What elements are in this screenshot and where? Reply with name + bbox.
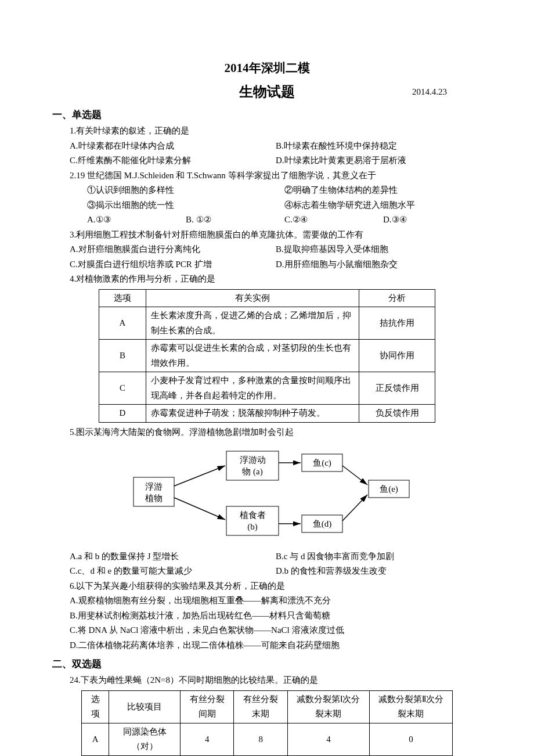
q24-A-v2: 8: [234, 723, 288, 755]
q2-D: D.③④: [383, 213, 482, 228]
q1-B: B.叶绿素在酸性环境中保持稳定: [276, 139, 482, 154]
q24-A-v1: 4: [180, 723, 234, 755]
q4-h2: 有关实例: [146, 289, 359, 307]
page-date: 2014.4.23: [412, 85, 447, 100]
q3-D: D.用肝癌细胞与小鼠瘤细胞杂交: [276, 257, 482, 272]
q5-A: A.a 和 b 的数量保持 J 型增长: [70, 549, 276, 564]
node-herbivore-l1: 植食者: [240, 510, 266, 520]
q5-D: D.b 的食性和营养级发生改变: [276, 564, 482, 579]
q1-D: D.叶绿素比叶黄素更易溶于层析液: [276, 153, 482, 168]
q1-row1: A.叶绿素都在叶绿体内合成 B.叶绿素在酸性环境中保持稳定: [52, 139, 482, 154]
table-row: C 小麦种子发育过程中，多种激素的含量按时间顺序出现高峰，并各自起着特定的作用。…: [99, 372, 435, 405]
node-fish-e: 鱼(e): [380, 484, 398, 494]
page-title: 2014年深圳二模: [52, 58, 482, 79]
q2-o1: ①认识到细胞的多样性: [87, 183, 284, 198]
q4-C-an: 正反馈作用: [359, 372, 435, 405]
q2-o2: ②明确了生物体结构的差异性: [284, 183, 482, 198]
q24-h4: 有丝分裂末期: [234, 690, 288, 723]
q1-row2: C.纤维素酶不能催化叶绿素分解 D.叶绿素比叶黄素更易溶于层析液: [52, 153, 482, 168]
table-row: A 生长素浓度升高，促进乙烯的合成；乙烯增加后，抑制生长素的合成。 拮抗作用: [99, 307, 435, 340]
node-zooplankton-l2: 物 (a): [242, 467, 262, 477]
q24-A-opt: A: [82, 723, 109, 755]
node-phytoplankton-l1: 浮游: [145, 482, 163, 491]
q4-B-an: 协同作用: [359, 340, 435, 372]
q3-C: C.对膜蛋白进行组织培养或 PCR 扩增: [70, 257, 276, 272]
q4-A-opt: A: [99, 307, 146, 340]
q2-o3: ③揭示出细胞的统一性: [87, 198, 284, 213]
q4-A-an: 拮抗作用: [359, 307, 435, 340]
section1-heading: 一、单选题: [52, 107, 482, 124]
q3-A: A.对肝癌细胞膜蛋白进行分离纯化: [70, 242, 276, 257]
q4-D-ex: 赤霉素促进种子萌发；脱落酸抑制种子萌发。: [146, 405, 359, 423]
q1-A: A.叶绿素都在叶绿体内合成: [70, 139, 276, 154]
arrow-icon: [174, 498, 225, 520]
q1-C: C.纤维素酶不能催化叶绿素分解: [70, 153, 276, 168]
q6-D: D.二倍体植物花药离体培养，出现二倍体植株——可能来自花药壁细胞: [52, 638, 482, 653]
q5-row1: A.a 和 b 的数量保持 J 型增长 B.c 与 d 因食物丰富而竞争加剧: [52, 549, 482, 564]
page-subtitle: 生物试题: [239, 84, 295, 99]
q3-row1: A.对肝癌细胞膜蛋白进行分离纯化 B.提取抑癌基因导入受体细胞: [52, 242, 482, 257]
q4-C-ex: 小麦种子发育过程中，多种激素的含量按时间顺序出现高峰，并各自起着特定的作用。: [146, 372, 359, 405]
q24-A-v4: 0: [369, 723, 452, 755]
q4-B-opt: B: [99, 340, 146, 372]
q4-h1: 选项: [99, 289, 146, 307]
q24-h2: 比较项目: [109, 690, 181, 723]
node-zooplankton-l1: 浮游动: [240, 455, 266, 465]
q4-stem: 4.对植物激素的作用与分析，正确的是: [52, 272, 482, 287]
q2-stem: 2.19 世纪德国 M.J.Schleiden 和 T.Schwann 等科学家…: [52, 168, 482, 183]
q4-C-opt: C: [99, 372, 146, 405]
node-herbivore-l2: (b): [247, 522, 258, 532]
q3-B: B.提取抑癌基因导入受体细胞: [276, 242, 482, 257]
q4-h3: 分析: [359, 289, 435, 307]
q24-A-item: 同源染色体（对）: [109, 723, 181, 755]
q5-diagram: 浮游 植物 浮游动 物 (a) 植食者 (b) 鱼(c) 鱼(d) 鱼(e): [52, 445, 482, 549]
q24-table: 选项 比较项目 有丝分裂间期 有丝分裂末期 减数分裂第Ⅰ次分裂末期 减数分裂第Ⅱ…: [81, 690, 453, 756]
table-row: 选项 有关实例 分析: [99, 289, 435, 307]
subtitle-row: 生物试题 2014.4.23: [52, 80, 482, 104]
q3-stem: 3.利用细胞工程技术制备针对肝癌细胞膜蛋白的单克隆抗体。需要做的工作有: [52, 228, 482, 243]
q24-h6: 减数分裂第Ⅱ次分裂末期: [369, 690, 452, 723]
q2-answers: A.①③ B. ①② C.②④ D.③④: [52, 213, 482, 228]
table-row: 选项 比较项目 有丝分裂间期 有丝分裂末期 减数分裂第Ⅰ次分裂末期 减数分裂第Ⅱ…: [82, 690, 453, 723]
q2-B: B. ①②: [186, 213, 284, 228]
arrow-icon: [174, 466, 225, 486]
q6-C: C.将 DNA 从 NaCl 溶液中析出，未见白色絮状物——NaCl 溶液浓度过…: [52, 623, 482, 638]
q24-stem: 24.下表为雌性果蝇（2N=8）不同时期细胞的比较结果。正确的是: [52, 673, 482, 688]
q2-o4: ④标志着生物学研究进入细胞水平: [284, 198, 482, 213]
food-web-svg: 浮游 植物 浮游动 物 (a) 植食者 (b) 鱼(c) 鱼(d) 鱼(e): [116, 445, 418, 544]
q2-sub1: ①认识到细胞的多样性 ②明确了生物体结构的差异性: [52, 183, 482, 198]
q5-row2: C.c、d 和 e 的数量可能大量减少 D.b 的食性和营养级发生改变: [52, 564, 482, 579]
q6-A: A.观察植物细胞有丝分裂，出现细胞相互重叠——解离和漂洗不充分: [52, 593, 482, 609]
q2-sub2: ③揭示出细胞的统一性 ④标志着生物学研究进入细胞水平: [52, 198, 482, 213]
q24-h3: 有丝分裂间期: [180, 690, 234, 723]
table-row: B 赤霉素可以促进生长素的合成，对茎切段的生长也有增效作用。 协同作用: [99, 340, 435, 372]
node-fish-c: 鱼(c): [313, 458, 331, 468]
q2-A: A.①③: [87, 213, 186, 228]
section2-heading: 二、双选题: [52, 656, 482, 673]
q24-A-v3: 4: [288, 723, 370, 755]
q4-table: 选项 有关实例 分析 A 生长素浓度升高，促进乙烯的合成；乙烯增加后，抑制生长素…: [99, 289, 435, 423]
table-row: D 赤霉素促进种子萌发；脱落酸抑制种子萌发。 负反馈作用: [99, 405, 435, 423]
arrow-icon: [342, 495, 367, 521]
q4-A-ex: 生长素浓度升高，促进乙烯的合成；乙烯增加后，抑制生长素的合成。: [146, 307, 359, 340]
q3-row2: C.对膜蛋白进行组织培养或 PCR 扩增 D.用肝癌细胞与小鼠瘤细胞杂交: [52, 257, 482, 272]
q24-h5: 减数分裂第Ⅰ次分裂末期: [288, 690, 370, 723]
q6-B: B.用斐林试剂检测荔枝汁液，加热后出现砖红色——材料只含葡萄糖: [52, 609, 482, 624]
q24-h1: 选项: [82, 690, 109, 723]
table-row: A 同源染色体（对） 4 8 4 0: [82, 723, 453, 755]
arrow-icon: [342, 466, 367, 485]
q4-B-ex: 赤霉素可以促进生长素的合成，对茎切段的生长也有增效作用。: [146, 340, 359, 372]
node-phytoplankton-l2: 植物: [145, 494, 163, 503]
q6-stem: 6.以下为某兴趣小组获得的实验结果及其分析，正确的是: [52, 579, 482, 594]
q5-stem: 5.图示某海湾大陆架的食物网。浮游植物急剧增加时会引起: [52, 425, 482, 440]
q5-C: C.c、d 和 e 的数量可能大量减少: [70, 564, 276, 579]
node-fish-d: 鱼(d): [313, 519, 332, 529]
q4-D-an: 负反馈作用: [359, 405, 435, 423]
q2-C: C.②④: [284, 213, 383, 228]
q5-B: B.c 与 d 因食物丰富而竞争加剧: [276, 549, 482, 564]
q1-stem: 1.有关叶绿素的叙述，正确的是: [52, 124, 482, 139]
q4-D-opt: D: [99, 405, 146, 423]
